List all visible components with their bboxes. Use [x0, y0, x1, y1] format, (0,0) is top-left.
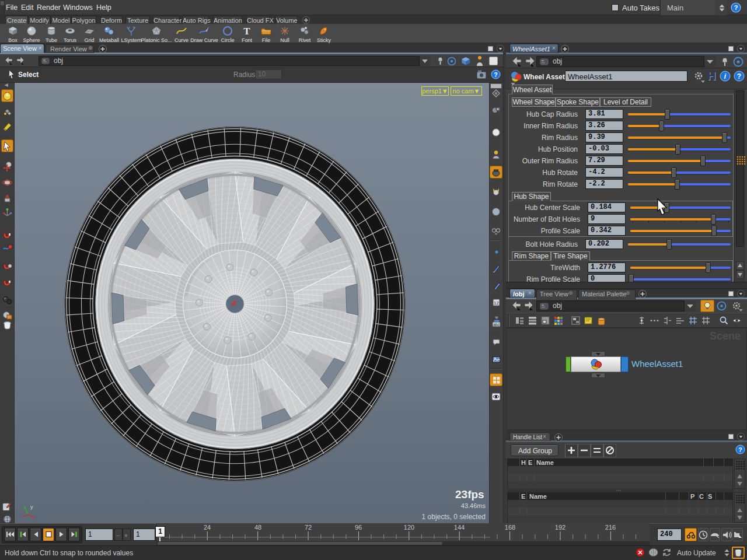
svg-text:?: ?	[734, 4, 738, 11]
svg-text:48: 48	[254, 524, 261, 531]
svg-text:12: 12	[494, 300, 499, 306]
svg-text:?: ?	[494, 71, 497, 78]
svg-text:120: 120	[404, 524, 414, 531]
svg-text:96: 96	[355, 524, 362, 531]
svg-text:192: 192	[555, 524, 566, 531]
svg-text:72: 72	[305, 524, 312, 531]
svg-text:?: ?	[737, 72, 741, 80]
svg-text:abc: abc	[493, 323, 500, 327]
svg-text:?: ?	[738, 446, 742, 453]
svg-text:216: 216	[605, 524, 616, 531]
svg-text:y: y	[30, 504, 33, 510]
svg-text:144: 144	[454, 524, 465, 531]
svg-text:T: T	[243, 26, 250, 37]
svg-text:24: 24	[204, 524, 211, 531]
svg-text:168: 168	[505, 524, 515, 531]
